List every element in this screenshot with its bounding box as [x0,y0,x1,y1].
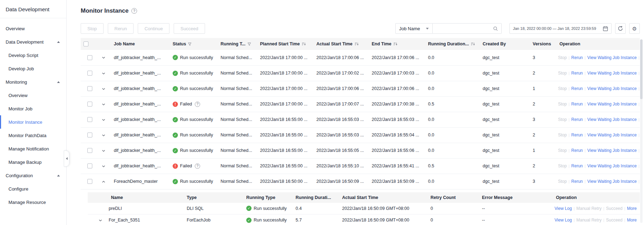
column-header[interactable]: Running Duration... [425,38,480,50]
row-checkbox[interactable] [87,71,92,76]
operation-link[interactable]: Manual Retry [576,206,606,211]
operation-link[interactable]: View Waiting Job Instance [587,148,640,153]
operation-link[interactable]: Stop [558,71,571,76]
status-help-icon[interactable]: ? [195,163,200,169]
refresh-button[interactable] [615,23,626,34]
sort-icon[interactable] [302,42,306,46]
select-all-checkbox[interactable] [83,41,88,46]
sidebar-item[interactable]: Configure [0,182,66,195]
section-collapse-caret-icon[interactable] [57,81,60,83]
row-checkbox[interactable] [87,163,92,168]
operation-link[interactable]: Stop [558,117,571,122]
row-checkbox[interactable] [87,133,92,137]
operation-link[interactable]: More [627,218,637,223]
status-help-icon[interactable]: ? [195,102,200,107]
action-button[interactable]: Succeed [174,23,205,34]
operation-link[interactable]: Rerun [571,179,588,184]
settings-button[interactable]: ⚙ [629,23,640,34]
section-collapse-caret-icon[interactable] [57,175,60,176]
row-checkbox[interactable] [87,117,92,122]
column-header[interactable]: Job Name [111,38,170,50]
column-header[interactable]: Planned Start Time [257,38,314,50]
section-collapse-caret-icon[interactable] [57,41,60,43]
expand-chevron-icon[interactable] [101,149,106,153]
filter-icon[interactable] [247,42,251,46]
operation-link[interactable]: Rerun [571,86,588,91]
operation-link[interactable]: View Waiting Job Instance [587,86,640,91]
sidebar-item[interactable]: Overview [0,22,66,35]
sidebar-item[interactable]: Develop Script [0,49,66,62]
operation-link[interactable]: More [627,206,637,211]
sidebar-collapse-handle[interactable] [64,150,69,167]
filter-icon[interactable] [188,42,192,46]
row-checkbox[interactable] [87,148,92,153]
operation-link[interactable]: View Waiting Job Instance [587,117,640,122]
sidebar-item[interactable]: Monitor PatchData [0,129,66,142]
expand-chevron-icon[interactable] [101,71,106,76]
operation-link[interactable]: View Waiting Job Instance [587,163,640,168]
column-header[interactable]: Versions [530,38,557,50]
operation-link[interactable]: View Waiting Job Instance [587,133,640,137]
action-button[interactable]: Stop [81,23,104,34]
operation-link[interactable]: Rerun [571,55,588,60]
row-checkbox[interactable] [87,179,92,184]
row-checkbox[interactable] [87,102,92,107]
search-icon[interactable] [493,26,498,31]
expand-chevron-icon[interactable] [101,164,106,168]
search-input[interactable] [436,26,493,31]
column-header[interactable]: Created By [480,38,530,50]
operation-link[interactable]: Rerun [571,117,588,122]
sidebar-item[interactable]: Data Development [0,35,66,49]
operation-link[interactable]: Succeed [606,218,627,223]
operation-link[interactable]: View Waiting Job Instance [587,179,640,184]
action-button[interactable]: Continue [138,23,169,34]
operation-link[interactable]: Stop [558,102,571,107]
sidebar-item[interactable]: Manage Resource [0,195,66,209]
operation-link[interactable]: View Log [555,206,576,211]
operation-link[interactable]: Rerun [571,102,588,107]
operation-link[interactable]: Stop [558,133,571,137]
row-checkbox[interactable] [87,86,92,91]
help-icon[interactable]: ? [131,8,137,14]
expand-chevron-icon[interactable] [101,133,106,137]
sidebar-item[interactable]: Monitor Instance [0,115,66,129]
operation-link[interactable]: View Waiting Job Instance [587,71,640,76]
sidebar-item[interactable]: Overview [0,89,66,102]
expand-chevron-icon[interactable] [101,56,106,60]
operation-link[interactable]: Stop [558,148,571,153]
operation-link[interactable]: Manual Retry [576,218,606,223]
sort-icon[interactable] [471,42,475,46]
date-range-picker[interactable]: Jan 18, 2022 00:00:00 — Jan 18, 2022 23:… [509,23,612,34]
operation-link[interactable]: Rerun [571,148,588,153]
operation-link[interactable]: Succeed [606,206,627,211]
sidebar-item[interactable]: Manage Backup [0,155,66,169]
sidebar-item[interactable]: Monitor Job [0,102,66,115]
expand-chevron-icon[interactable] [98,218,103,223]
operation-link[interactable]: Rerun [571,71,588,76]
operation-link[interactable]: View Waiting Job Instance [587,102,640,107]
sidebar-item[interactable]: Manage Notification [0,142,66,155]
sort-icon[interactable] [393,42,397,46]
operation-link[interactable]: Rerun [571,133,588,137]
scrollbar-thumb[interactable] [640,39,643,99]
sidebar-item[interactable]: Develop Job [0,62,66,75]
operation-link[interactable]: Stop [558,86,571,91]
column-header[interactable]: Status [170,38,218,50]
column-header[interactable]: End Time [369,38,425,50]
vertical-scrollbar[interactable] [640,39,643,223]
operation-link[interactable]: View Waiting Job Instance [587,55,640,60]
column-header[interactable]: Actual Start Time [314,38,369,50]
operation-link[interactable]: Stop [558,163,571,168]
operation-link[interactable]: Stop [558,179,571,184]
search-field-select[interactable]: Job Name [395,23,433,34]
expand-chevron-icon[interactable] [101,102,106,107]
column-header[interactable]: Operation [557,38,640,50]
operation-link[interactable]: View Log [555,218,576,223]
action-button[interactable]: Rerun [108,23,134,34]
expand-chevron-icon[interactable] [101,180,106,184]
expand-chevron-icon[interactable] [101,118,106,122]
operation-link[interactable]: Stop [558,55,571,60]
sidebar-item[interactable]: Monitoring [0,75,66,89]
sidebar-item[interactable]: Configuration [0,169,66,182]
column-header[interactable]: Running T... [218,38,257,50]
